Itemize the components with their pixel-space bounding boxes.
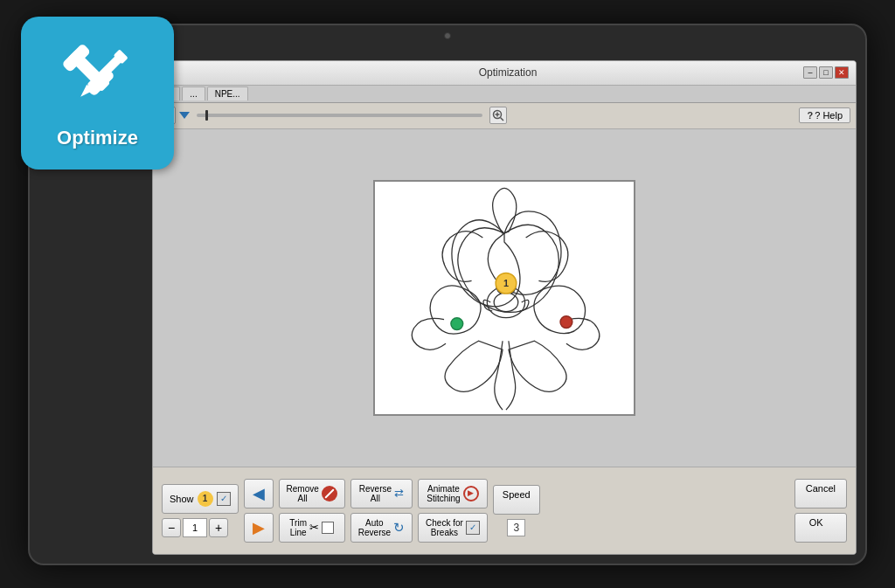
main-content: 1	[153, 129, 856, 467]
increment-button[interactable]: +	[209, 518, 228, 537]
svg-point-14	[494, 293, 518, 312]
number-input[interactable]	[183, 518, 207, 537]
show-badge: 1	[198, 491, 213, 507]
tab-npe[interactable]: NPE...	[207, 86, 248, 100]
speed-button[interactable]: Speed	[493, 485, 540, 515]
optimization-window: Optimization – □ ✕ ... ... NPE...	[152, 60, 857, 555]
device-camera	[444, 32, 451, 39]
bottom-toolbar: Show 1 ✓ − + ◀ ▶ Re	[153, 467, 856, 554]
number-input-group: − +	[162, 518, 239, 537]
trim-box-icon	[322, 522, 334, 534]
zoom-slider-thumb	[205, 110, 208, 121]
show-nav-group: Show 1 ✓ − +	[162, 484, 239, 537]
help-label: ? Help	[815, 110, 843, 121]
minimize-button[interactable]: –	[803, 66, 817, 79]
reverse-all-button[interactable]: ReverseAll ⇄	[350, 479, 413, 508]
cancel-ok-group: Cancel OK	[794, 479, 847, 543]
optimize-icon-svg	[50, 38, 146, 121]
speed-number-display: 3	[507, 519, 525, 536]
decrement-button[interactable]: −	[162, 518, 181, 537]
help-button[interactable]: ? ? Help	[799, 107, 850, 123]
auto-reverse-icon: ↻	[393, 520, 405, 536]
remove-all-button[interactable]: RemoveAll	[279, 479, 345, 508]
animate-stitching-label: AnimateStitching	[427, 484, 460, 503]
tabs-area: ... ... NPE...	[153, 86, 856, 103]
next-arrow-button[interactable]: ▶	[244, 513, 274, 543]
trim-line-label: TrimLine	[289, 518, 307, 537]
ok-button[interactable]: OK	[794, 513, 847, 543]
tab-2[interactable]: ...	[182, 86, 205, 100]
maximize-button[interactable]: □	[819, 66, 833, 79]
animate-stitching-button[interactable]: AnimateStitching ▶	[418, 479, 488, 508]
close-button[interactable]: ✕	[835, 66, 849, 79]
zoom-toolbar: ? ? Help	[153, 103, 856, 129]
remove-all-label: RemoveAll	[287, 484, 319, 503]
reverse-all-label: ReverseAll	[359, 484, 392, 503]
check-for-breaks-label: Check forBreaks	[426, 518, 463, 537]
trim-line-button[interactable]: TrimLine ✂	[279, 513, 345, 543]
zoom-marker	[179, 112, 190, 119]
optimize-logo: Optimize	[21, 17, 174, 169]
auto-reverse-label: AutoReverse	[358, 518, 391, 537]
start-marker-label: 1	[503, 278, 509, 288]
arrow-nav-group: ◀ ▶	[244, 479, 274, 543]
show-label: Show	[170, 494, 194, 504]
prev-arrow-button[interactable]: ◀	[244, 479, 274, 508]
red-marker	[560, 315, 572, 328]
animate-icon: ▶	[463, 486, 479, 502]
window-title: Optimization	[212, 66, 803, 79]
no-icon	[322, 486, 337, 502]
zoom-in-icon	[492, 109, 504, 121]
help-icon: ?	[807, 110, 813, 121]
trim-icon: ✂	[309, 521, 319, 534]
zoom-slider[interactable]	[197, 114, 482, 117]
auto-reverse-button[interactable]: AutoReverse ↻	[350, 513, 413, 543]
zoom-in-button[interactable]	[489, 107, 507, 124]
reverse-group: ReverseAll ⇄ AutoReverse ↻	[350, 479, 413, 543]
reverse-arrows-icon: ⇄	[394, 487, 404, 500]
canvas-area: 1	[373, 180, 635, 416]
check-for-breaks-button[interactable]: Check forBreaks ✓	[418, 513, 488, 543]
title-bar: Optimization – □ ✕	[153, 61, 856, 86]
outer-frame: Optimize Optimization – □ ✕ ... ... NPE.…	[28, 24, 867, 565]
green-marker	[451, 317, 463, 329]
remove-trim-group: RemoveAll TrimLine ✂	[279, 479, 345, 543]
show-check-icon[interactable]: ✓	[217, 492, 231, 506]
speed-group: Speed 3	[493, 485, 540, 536]
flower-svg: 1	[375, 182, 634, 414]
show-button[interactable]: Show 1 ✓	[162, 484, 239, 514]
cancel-button[interactable]: Cancel	[794, 479, 847, 508]
title-bar-controls: – □ ✕	[803, 66, 849, 79]
animate-check-group: AnimateStitching ▶ Check forBreaks ✓	[418, 479, 488, 543]
breaks-check-icon[interactable]: ✓	[466, 521, 480, 535]
optimize-label: Optimize	[57, 127, 138, 149]
optimize-icon-area	[50, 36, 146, 123]
svg-line-10	[500, 118, 503, 121]
